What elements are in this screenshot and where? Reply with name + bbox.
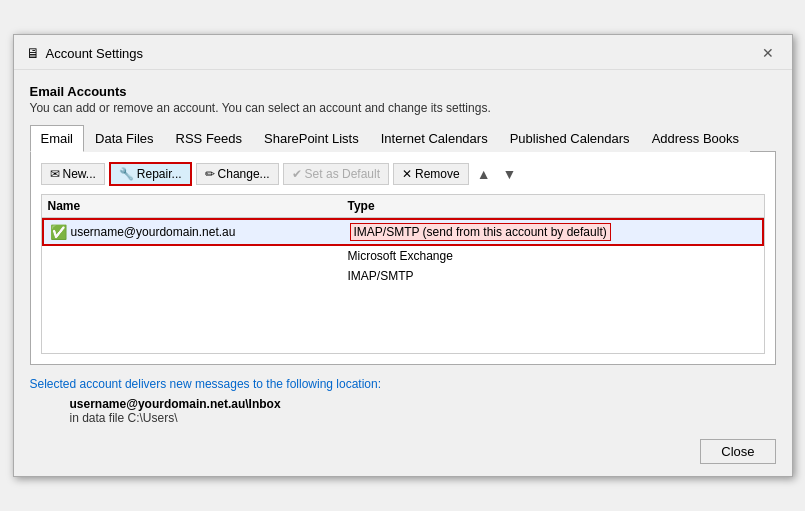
tab-published-calendars[interactable]: Published Calendars — [499, 125, 641, 152]
account-check-icon: ✅ — [50, 224, 67, 240]
table-row[interactable]: Microsoft Exchange — [42, 246, 764, 266]
remove-button[interactable]: ✕ Remove — [393, 163, 469, 185]
tab-internet-calendars[interactable]: Internet Calendars — [370, 125, 499, 152]
change-icon: ✏ — [205, 167, 215, 181]
change-label: Change... — [218, 167, 270, 181]
remove-icon: ✕ — [402, 167, 412, 181]
move-up-button[interactable]: ▲ — [473, 164, 495, 184]
repair-button[interactable]: 🔧 Repair... — [109, 162, 192, 186]
dialog-title: Account Settings — [46, 46, 144, 61]
account-settings-dialog: 🖥 Account Settings ✕ Email Accounts You … — [13, 34, 793, 477]
close-dialog-button[interactable]: Close — [700, 439, 775, 464]
set-default-icon: ✔ — [292, 167, 302, 181]
row-type-cell: IMAP/SMTP — [348, 269, 414, 283]
dialog-footer: Close — [14, 429, 792, 476]
new-button[interactable]: ✉ New... — [41, 163, 105, 185]
window-close-button[interactable]: ✕ — [756, 43, 780, 63]
tab-address-books[interactable]: Address Books — [641, 125, 750, 152]
tab-content: ✉ New... 🔧 Repair... ✏ Change... ✔ Set a… — [30, 152, 776, 365]
location-path-bold: username@yourdomain.net.au\Inbox — [70, 397, 776, 411]
row-account-name: username@yourdomain.net.au — [71, 225, 236, 239]
toolbar: ✉ New... 🔧 Repair... ✏ Change... ✔ Set a… — [41, 162, 765, 186]
new-icon: ✉ — [50, 167, 60, 181]
row-type-cell: Microsoft Exchange — [348, 249, 453, 263]
section-desc: You can add or remove an account. You ca… — [30, 101, 776, 115]
delivery-location: username@yourdomain.net.au\Inbox in data… — [30, 397, 776, 429]
col-type-header: Type — [348, 199, 375, 213]
section-title: Email Accounts — [30, 84, 776, 99]
col-name-header: Name — [48, 199, 348, 213]
location-path-normal: in data file C:\Users\ — [70, 411, 776, 425]
row-type-cell: IMAP/SMTP (send from this account by def… — [350, 223, 611, 241]
tabs-bar: Email Data Files RSS Feeds SharePoint Li… — [30, 125, 776, 152]
tab-rss-feeds[interactable]: RSS Feeds — [165, 125, 253, 152]
repair-label: Repair... — [137, 167, 182, 181]
remove-label: Remove — [415, 167, 460, 181]
table-row[interactable]: IMAP/SMTP — [42, 266, 764, 286]
new-label: New... — [63, 167, 96, 181]
row-name-cell: ✅ username@yourdomain.net.au — [50, 224, 350, 240]
set-default-label: Set as Default — [305, 167, 380, 181]
tab-data-files[interactable]: Data Files — [84, 125, 165, 152]
table-header: Name Type — [42, 195, 764, 218]
tab-sharepoint-lists[interactable]: SharePoint Lists — [253, 125, 370, 152]
accounts-table: Name Type ✅ username@yourdomain.net.au I… — [41, 194, 765, 354]
title-bar-left: 🖥 Account Settings — [26, 45, 144, 61]
dialog-icon: 🖥 — [26, 45, 40, 61]
repair-icon: 🔧 — [119, 167, 134, 181]
change-button[interactable]: ✏ Change... — [196, 163, 279, 185]
title-bar: 🖥 Account Settings ✕ — [14, 35, 792, 70]
set-default-button[interactable]: ✔ Set as Default — [283, 163, 389, 185]
move-down-button[interactable]: ▼ — [499, 164, 521, 184]
table-row[interactable]: ✅ username@yourdomain.net.au IMAP/SMTP (… — [42, 218, 764, 246]
dialog-body: Email Accounts You can add or remove an … — [14, 70, 792, 429]
tab-email[interactable]: Email — [30, 125, 85, 152]
delivery-info: Selected account delivers new messages t… — [30, 365, 776, 397]
